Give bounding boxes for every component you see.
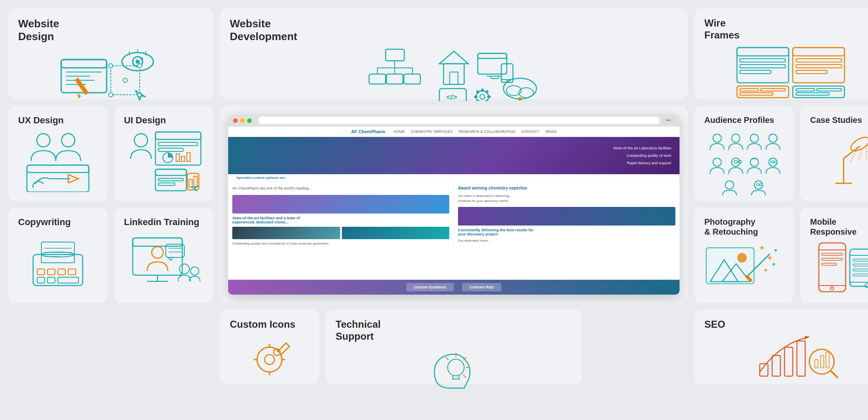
mock-btn-1: Custom Synthesis	[406, 283, 454, 291]
svg-rect-136	[48, 277, 55, 283]
mobile-svg	[813, 241, 868, 295]
svg-rect-64	[793, 48, 844, 83]
ui-design-card: UI Design	[114, 106, 213, 201]
svg-rect-93	[158, 178, 183, 181]
copywriting-card: Copywriting	[8, 208, 107, 303]
mock-section-title: State-of-the-art facilities and a team o…	[232, 216, 449, 224]
svg-point-77	[37, 134, 50, 147]
photo-title: Photography & Retouching	[704, 217, 784, 237]
mock-nav-4: CONTACT	[522, 130, 539, 134]
website-design-card: Website Design	[8, 8, 213, 99]
svg-rect-88	[176, 154, 179, 161]
svg-rect-177	[853, 259, 868, 261]
mock-btn-2: Contract R&D	[462, 283, 501, 291]
mock-right-title: Award winning chemistry expertise	[458, 186, 675, 190]
svg-rect-97	[194, 176, 197, 187]
svg-point-189	[448, 359, 464, 376]
svg-rect-92	[155, 169, 186, 175]
bottom-left-spacer	[8, 310, 213, 384]
linkedin-title: Linkedin Training	[124, 217, 203, 228]
svg-point-16	[109, 64, 113, 68]
svg-rect-173	[822, 263, 836, 265]
svg-point-203	[809, 349, 834, 374]
tech-support-card: Technical Support	[326, 310, 582, 384]
mock-left-col: AF ChemPharm are one of the world's lead…	[228, 182, 454, 250]
browser-toolbar: •••	[228, 114, 680, 127]
svg-rect-72	[740, 93, 773, 95]
svg-point-109	[769, 158, 777, 166]
svg-rect-32	[444, 64, 464, 84]
mock-site-header: AF ChemPharm HOME CHEMISTRY SERVICES RES…	[228, 127, 680, 137]
svg-point-181	[865, 283, 868, 288]
wireframes-svg	[735, 46, 859, 99]
mock-sub-header: Specialist custom sythesis ser...	[228, 174, 680, 182]
ux-title: UX Design	[18, 115, 98, 126]
svg-rect-135	[37, 277, 45, 283]
svg-rect-63	[740, 70, 771, 74]
main-grid: Website Design	[8, 8, 860, 412]
svg-rect-174	[850, 249, 868, 286]
svg-point-143	[152, 247, 163, 258]
mock-body-2: Outstanding quality and consistency of m…	[232, 242, 449, 245]
wireframes-title: Wire Frames	[704, 17, 868, 41]
website-design-title: Website Design	[18, 17, 203, 43]
svg-point-103	[713, 158, 721, 166]
svg-line-123	[858, 149, 862, 162]
svg-rect-45	[481, 89, 484, 92]
svg-rect-207	[826, 352, 829, 368]
custom-icons-icon	[230, 335, 309, 384]
mock-img-2	[232, 227, 340, 239]
svg-point-183	[265, 355, 274, 365]
mock-right-body: Our team is dedicated to delivering...so…	[458, 194, 675, 204]
ui-icons	[124, 130, 203, 192]
hero-line-1: State-of-the-art Laboratory facilities	[613, 144, 671, 152]
svg-point-3	[141, 58, 143, 60]
svg-rect-91	[155, 169, 186, 191]
svg-text:</>: </>	[446, 93, 457, 101]
mock-brand: AF ChemPharm	[351, 129, 386, 134]
svg-rect-22	[386, 49, 404, 61]
svg-rect-61	[740, 59, 785, 62]
case-icons	[810, 129, 868, 192]
svg-point-148	[179, 264, 189, 274]
mock-hero-text: State-of-the-art Laboratory facilities O…	[613, 144, 671, 167]
svg-line-197	[446, 357, 448, 360]
ui-svg	[124, 130, 203, 192]
svg-point-82	[134, 134, 148, 147]
audience-card: Audience Profiles	[694, 106, 794, 201]
case-svg	[819, 134, 868, 187]
tech-svg	[423, 347, 485, 396]
audience-icons	[704, 129, 784, 195]
svg-rect-199	[772, 355, 780, 376]
mock-right-sub: Consistently delivering the best results…	[458, 228, 675, 236]
seo-title: SEO	[704, 319, 868, 331]
svg-point-17	[138, 64, 142, 68]
ux-svg	[21, 130, 95, 192]
svg-rect-94	[158, 183, 175, 185]
svg-rect-205	[815, 360, 818, 368]
svg-rect-59	[737, 48, 789, 83]
screenshot-card: ••• AF ChemPharm HOME CHEMISTRY SERVICES…	[220, 106, 688, 303]
svg-rect-49	[476, 90, 480, 94]
svg-point-18	[109, 93, 113, 97]
svg-rect-137	[58, 277, 79, 283]
svg-rect-178	[853, 264, 868, 266]
website-design-svg	[57, 47, 165, 101]
mock-bottom-bar: Custom Synthesis Contract R&D	[228, 280, 680, 295]
mock-nav: HOME CHEMISTRY SERVICES RESEARCH & COLLA…	[393, 130, 556, 134]
mock-img-1	[232, 195, 449, 214]
mock-nav-5: NEWS	[545, 130, 556, 134]
svg-rect-116	[760, 184, 763, 186]
seo-svg	[756, 335, 838, 380]
svg-rect-86	[158, 148, 183, 151]
svg-rect-68	[796, 70, 827, 74]
svg-rect-96	[189, 180, 192, 187]
svg-rect-69	[737, 86, 789, 98]
mock-img-grid	[232, 227, 449, 239]
svg-rect-66	[796, 59, 842, 62]
svg-rect-71	[761, 89, 785, 91]
svg-rect-67	[796, 65, 842, 68]
svg-rect-111	[774, 161, 777, 163]
svg-rect-29	[386, 74, 403, 84]
browser-url-bar	[258, 117, 660, 124]
